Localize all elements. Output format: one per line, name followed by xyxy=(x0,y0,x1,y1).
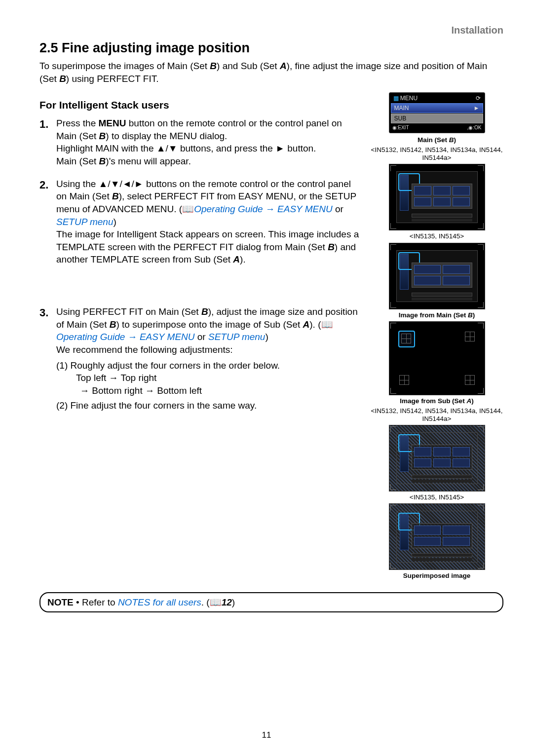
sub-step-1: (1) Roughly adjust the four corners in t… xyxy=(56,359,361,372)
text: ) xyxy=(232,597,235,607)
menu-item-sub: SUB xyxy=(394,114,407,122)
book-icon: 📖 xyxy=(210,597,222,607)
link-setup-menu[interactable]: SETUP menu xyxy=(208,332,265,342)
menu-item-main: MAIN xyxy=(394,104,409,112)
caption-models-b: <IN5135, IN5145> xyxy=(370,232,503,240)
figure-image-main xyxy=(389,321,485,395)
step-3: 3. Using PERFECT FIT on Main (Set B), ad… xyxy=(39,305,361,412)
link-operating-guide[interactable]: Operating Guide xyxy=(194,204,263,214)
step-number: 1. xyxy=(39,117,48,132)
text: ). xyxy=(240,254,246,265)
text: Press the xyxy=(56,118,99,128)
caption-models-a: <IN5132, IN5142, IN5134, IN5134a, IN5144… xyxy=(370,146,503,162)
link-operating-guide[interactable]: Operating Guide xyxy=(56,332,125,342)
book-icon: 📖 xyxy=(321,319,333,330)
set-b: B xyxy=(210,61,217,71)
text: We recommend the following adjustments: xyxy=(56,344,233,355)
text: ) to superimpose onto the image of Sub (… xyxy=(116,319,303,330)
caption-superimposed: Superimposed image xyxy=(370,572,503,580)
set-b: B xyxy=(99,131,106,141)
text: → xyxy=(263,204,278,214)
note-box: NOTE • Refer to NOTES for all users. (📖1… xyxy=(39,592,503,613)
step-number: 2. xyxy=(39,178,48,192)
caption-models-a2: <IN5132, IN5142, IN5134, IN5134a, IN5144… xyxy=(370,407,503,423)
section-number: 2.5 xyxy=(39,40,58,55)
section-title: Fine adjusting image position xyxy=(62,40,250,55)
menu-keyword: MENU xyxy=(99,118,126,128)
text: ) to display the MENU dialog. xyxy=(106,131,227,141)
set-a: A xyxy=(280,61,287,71)
caption-main-set-b: Main (Set B) xyxy=(370,136,503,144)
set-b: B xyxy=(110,319,116,330)
text: )'s menu will appear. xyxy=(106,156,191,166)
text: ) and Sub (Set xyxy=(217,61,280,71)
text: Main (Set xyxy=(56,156,99,166)
subheading: For Intelligent Stack users xyxy=(39,98,361,112)
corner-order-2: → Bottom right → Bottom left xyxy=(56,384,361,397)
menu-dialog: ▦ MENU ⟳ MAIN ► SUB ◉:EXIT ,◉:OK xyxy=(389,92,485,133)
menu-exit: ◉:EXIT xyxy=(392,124,409,131)
refresh-icon: ⟳ xyxy=(476,94,481,102)
text: ) using PERFECT FIT. xyxy=(66,74,159,84)
menu-ok: ,◉:OK xyxy=(467,124,481,131)
corner-order-1: Top left → Top right xyxy=(56,372,361,384)
text: ) xyxy=(265,332,268,342)
text: • xyxy=(74,597,82,607)
text: Highlight MAIN with the ▲/▼ buttons, and… xyxy=(56,143,316,153)
right-column: ▦ MENU ⟳ MAIN ► SUB ◉:EXIT ,◉:OK Main (S… xyxy=(370,92,503,582)
text: Refer to xyxy=(82,597,118,607)
link-notes-all-users[interactable]: NOTES for all users xyxy=(118,597,201,607)
step-2: 2. Using the ▲/▼/◄/► buttons on the remo… xyxy=(39,178,361,266)
set-b: B xyxy=(201,306,208,317)
caption-image-sub: Image from Sub (Set A) xyxy=(370,397,503,405)
text: Using PERFECT FIT on Main (Set xyxy=(56,306,201,317)
section-heading: 2.5 Fine adjusting image position xyxy=(39,39,503,57)
link-easy-menu[interactable]: EASY MENU xyxy=(140,332,195,342)
figure-perfect-fit-3x2 xyxy=(389,164,485,230)
text: To superimpose the images of Main (Set xyxy=(39,61,210,71)
set-b: B xyxy=(328,242,335,252)
note-label: NOTE xyxy=(47,597,74,607)
set-a: A xyxy=(233,254,240,265)
left-column: For Intelligent Stack users 1. Press the… xyxy=(39,92,361,582)
book-icon: 📖 xyxy=(182,204,194,214)
set-b: B xyxy=(112,191,119,201)
text: ). ( xyxy=(309,319,321,330)
intro-paragraph: To superimpose the images of Main (Set B… xyxy=(39,60,503,85)
figure-superimposed-2x2 xyxy=(389,503,485,570)
step-1: 1. Press the MENU button on the remote c… xyxy=(39,117,361,168)
set-b: B xyxy=(59,74,66,84)
page-ref: 12 xyxy=(222,597,232,607)
menu-title: MENU xyxy=(400,95,418,102)
text: ) xyxy=(113,217,116,227)
link-setup-menu[interactable]: SETUP menu xyxy=(56,217,113,227)
step-number: 3. xyxy=(39,305,48,320)
figure-superimposed-3x2 xyxy=(389,425,485,491)
set-a: A xyxy=(303,319,310,330)
header-category: Installation xyxy=(39,24,503,37)
caption-models-b2: <IN5135, IN5145> xyxy=(370,493,503,501)
set-b: B xyxy=(99,156,106,166)
text: → xyxy=(125,332,140,342)
link-easy-menu[interactable]: EASY MENU xyxy=(277,204,333,214)
figure-perfect-fit-2x2 xyxy=(389,243,485,309)
arrow-right-icon: ► xyxy=(474,104,480,112)
text: or xyxy=(333,204,343,214)
sub-step-2: (2) Fine adjust the four corners in the … xyxy=(56,399,361,412)
text: The image for Intelligent Stack appears … xyxy=(56,229,359,252)
text: or xyxy=(195,332,208,342)
caption-image-main: Image from Main (Set B) xyxy=(370,311,503,319)
text: . ( xyxy=(201,597,210,607)
page-number: 11 xyxy=(0,730,533,741)
